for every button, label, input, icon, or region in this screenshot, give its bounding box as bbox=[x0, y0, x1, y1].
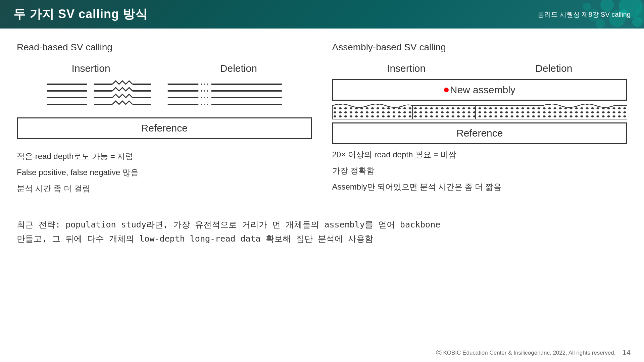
footer-copyright: ⓒ KOBIC Education Center & Insilicogen,I… bbox=[436, 349, 616, 357]
left-point-2: False positive, false negative 많음 bbox=[17, 165, 312, 179]
header: 두 가지 SV calling 방식 롱리드 시퀀싱 제8강 SV callin… bbox=[0, 0, 644, 29]
left-point-1: 적은 read depth로도 가능 = 저렴 bbox=[17, 149, 312, 163]
hatched-area bbox=[332, 102, 628, 121]
main-content: Read-based SV calling Insertion Deletion bbox=[0, 29, 644, 362]
red-dot-icon bbox=[444, 88, 449, 92]
right-insertion-label: Insertion bbox=[387, 63, 426, 74]
left-points: 적은 read depth로도 가능 = 저렴 False positive, … bbox=[17, 149, 312, 196]
strategy-text: 최근 전략: population study라면, 가장 유전적으로 거리가 … bbox=[17, 218, 627, 246]
left-diagram-labels: Insertion Deletion bbox=[17, 63, 312, 74]
right-point-3: Assembly만 되어있으면 분석 시간은 좀 더 짧음 bbox=[332, 179, 628, 194]
right-column-title: Assembly-based SV calling bbox=[332, 42, 628, 53]
bottom-section: 최근 전략: population study라면, 가장 유전적으로 거리가 … bbox=[17, 218, 627, 246]
read-lines-svg bbox=[17, 79, 312, 116]
new-assembly-box: New assembly bbox=[332, 79, 628, 101]
left-diagram-area: Reference bbox=[17, 79, 312, 139]
header-subtitle: 롱리드 시퀀싱 제8강 SV calling bbox=[538, 10, 631, 19]
columns-container: Read-based SV calling Insertion Deletion bbox=[17, 42, 627, 198]
right-column: Assembly-based SV calling Insertion Dele… bbox=[332, 42, 628, 198]
left-column-title: Read-based SV calling bbox=[17, 42, 312, 53]
strategy-line-1: 최근 전략: population study라면, 가장 유전적으로 거리가 … bbox=[17, 218, 627, 232]
left-insertion-label: Insertion bbox=[72, 63, 110, 74]
svg-rect-49 bbox=[543, 106, 561, 107]
left-deletion-label: Deletion bbox=[220, 63, 257, 74]
right-deletion-label: Deletion bbox=[535, 63, 572, 74]
left-point-3: 분석 시간 좀 더 걸림 bbox=[17, 181, 312, 196]
right-reference-box: Reference bbox=[332, 122, 628, 144]
right-diagram-labels: Insertion Deletion bbox=[332, 63, 628, 74]
svg-point-8 bbox=[596, 19, 605, 28]
page-title: 두 가지 SV calling 방식 bbox=[13, 6, 148, 22]
footer-page-number: 14 bbox=[623, 348, 631, 357]
new-assembly-label: New assembly bbox=[450, 84, 515, 95]
right-point-2: 가장 정확함 bbox=[332, 163, 628, 178]
footer: ⓒ KOBIC Education Center & Insilicogen,I… bbox=[436, 348, 631, 357]
left-column: Read-based SV calling Insertion Deletion bbox=[17, 42, 312, 198]
svg-rect-48 bbox=[412, 106, 475, 119]
assembly-diagram: New assembly bbox=[332, 79, 628, 144]
strategy-line-2: 만들고, 그 뒤에 다수 개체의 low-depth long-read dat… bbox=[17, 232, 627, 246]
right-point-1: 20× 이상의 read depth 필요 = 비쌈 bbox=[332, 147, 628, 162]
left-reference-box: Reference bbox=[17, 117, 312, 139]
right-points: 20× 이상의 read depth 필요 = 비쌈 가장 정확함 Assemb… bbox=[332, 147, 628, 194]
